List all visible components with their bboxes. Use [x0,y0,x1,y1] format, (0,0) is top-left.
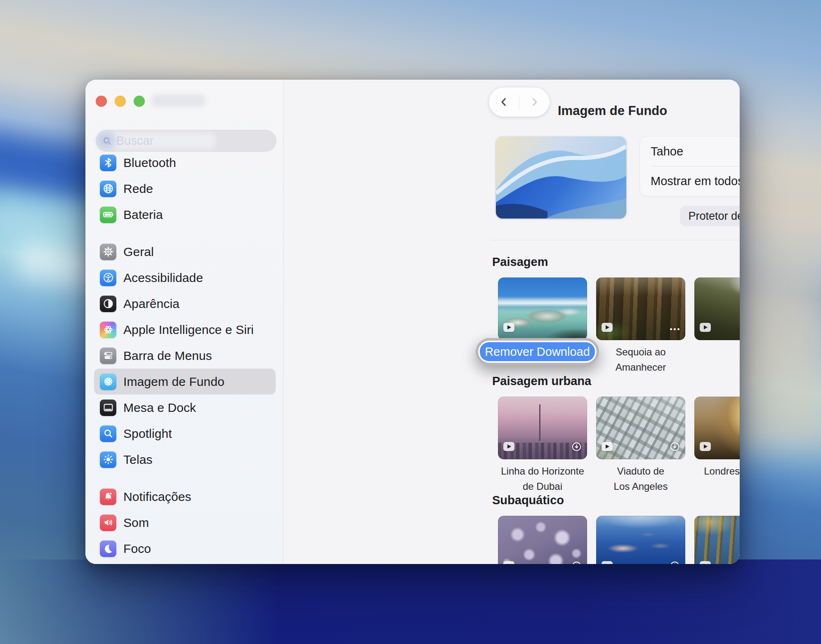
download-icon[interactable] [670,442,680,452]
video-play-badge [602,442,613,451]
wallpaper-thumbnail-jellyfish[interactable] [498,516,587,564]
video-play-badge [503,561,514,564]
zoom-button[interactable] [134,96,145,107]
sidebar-item-notificacoes[interactable]: Notificações [94,484,276,510]
thumbnail-row [498,397,740,459]
close-button[interactable] [96,96,107,107]
sidebar-item-label: Bateria [123,208,163,222]
search-icon [102,136,112,146]
minimize-button[interactable] [115,96,126,107]
wallpaper-name-row: Tahoe [640,136,740,166]
wallpaper-wave [0,559,821,644]
wallpaper-thumbnail-tahoe-durante-o-dia[interactable] [498,277,587,340]
menu-bar-icon [100,348,116,364]
sidebar-item-label: Geral [123,245,154,259]
thumbnail-label: Linha do Horizonte de Dubai [492,463,593,493]
sidebar: Buscar BluetoothRedeBateriaGeralAcessibi… [85,80,283,564]
sidebar-item-apple-intelligence-e-siri[interactable]: Apple Intelligence e Siri [94,317,276,343]
wallpaper-thumbnail-londres-a-noite[interactable] [694,397,740,459]
thumbnail-row [498,516,740,564]
sidebar-item-telas[interactable]: Telas [94,447,276,472]
thumbnail-label: Londres à Noite [689,463,740,493]
page-title: Imagem de Fundo [558,103,667,118]
desktop: Buscar BluetoothRedeBateriaGeralAcessibi… [0,0,821,644]
sidebar-item-label: Apple Intelligence e Siri [123,323,254,337]
download-icon[interactable] [571,561,582,564]
wallpaper-thumbnail-hills-fog[interactable] [694,277,740,340]
section-paisagem-urbana: Paisagem urbanaMostrar Tudo (30)Linha do… [481,374,740,493]
sidebar-item-mesa-e-dock[interactable]: Mesa e Dock [94,395,276,421]
speaker-icon [100,515,116,531]
section-header: PaisagemMostrar Tudo (79) [492,255,740,269]
context-menu: Remover Download [476,338,599,365]
section-title: Paisagem urbana [492,374,591,388]
wallpaper-icon [100,374,116,390]
thumbnail-label-cell: Sequoia ao Amanhecer [596,344,685,374]
back-button[interactable] [489,87,519,117]
wallpaper-settings-card: Tahoe Automática Mostrar em todos os Spa… [640,136,740,196]
video-play-badge [700,323,711,332]
sidebar-item-aparencia[interactable]: Aparência [94,291,276,317]
spotlight-icon [100,425,116,442]
sidebar-item-acessibilidade[interactable]: Acessibilidade [94,265,276,291]
video-play-badge [503,323,514,332]
section-header: Paisagem urbanaMostrar Tudo (30) [492,374,740,388]
sidebar-item-label: Notificações [123,490,191,504]
sidebar-item-bateria[interactable]: Bateria [94,202,276,228]
wallpaper-thumbnail-sequoia-ao[interactable] [596,277,685,340]
bluetooth-icon [100,155,116,171]
sidebar-item-rede[interactable]: Rede [94,176,276,202]
apple-intelligence-icon [100,322,116,338]
wallpaper-thumbnail-linha-do-horizonte[interactable] [498,397,587,459]
download-icon[interactable] [670,561,680,564]
download-icon[interactable] [571,442,582,452]
screen-saver-button[interactable]: Protetor de Tela… [680,206,740,226]
wallpaper-sections: PaisagemMostrar Tudo (79)Tahoe Durante o… [481,255,740,564]
battery-icon [100,207,116,223]
sidebar-item-label: Imagem de Fundo [123,375,224,389]
sidebar-item-foco[interactable]: Foco [94,536,276,562]
section-header: SubaquáticoMostrar Tudo (21) [492,493,740,507]
thumbnail-label-cell: Londres à Noite [694,463,740,493]
forward-button[interactable] [519,87,550,117]
sidebar-item-label: Mesa e Dock [123,401,196,415]
sidebar-item-label: Spotlight [123,427,172,441]
wallpaper-thumbnail-kelp[interactable] [694,516,740,564]
thumbnail-label-cell [694,344,740,374]
spaces-label: Mostrar em todos os Spaces [651,174,740,188]
sidebar-item-label: Bluetooth [123,156,176,170]
sidebar-item-spotlight[interactable]: Spotlight [94,421,276,447]
section-title: Paisagem [492,255,548,269]
sidebar-item-label: Aparência [123,297,179,311]
brightness-icon [100,451,116,468]
tahoe-wallpaper-art [496,136,626,219]
contrast-icon [100,296,116,312]
search-input[interactable]: Buscar [96,130,276,152]
video-play-badge [602,323,613,332]
system-settings-window: Buscar BluetoothRedeBateriaGeralAcessibi… [85,80,740,564]
wallpaper-thumbnail-dolphins[interactable] [596,516,685,564]
sidebar-item-som[interactable]: Som [94,510,276,536]
video-play-badge [503,442,514,451]
remove-download-menu-item[interactable]: Remover Download [480,342,595,361]
ellipsis-badge [670,328,679,330]
sidebar-item-bluetooth[interactable]: Bluetooth [94,150,276,176]
divider [491,240,740,240]
section-title: Subaquático [492,494,564,507]
sidebar-item-geral[interactable]: Geral [94,239,276,265]
sidebar-item-label: Rede [123,182,153,196]
sidebar-item-label: Barra de Menus [123,349,212,363]
thumbnail-label [689,344,740,374]
blurred-window-title [151,94,206,107]
sidebar-item-label: Som [123,516,149,530]
thumbnail-label-cell: Viaduto de Los Angeles [596,463,685,493]
video-play-badge [700,442,711,451]
wallpaper-thumbnail-viaduto-de[interactable] [596,397,685,459]
sidebar-item-label: Telas [123,453,153,467]
globe-icon [100,181,116,197]
sidebar-item-label: Foco [123,542,151,556]
sidebar-item-imagem-de-fundo[interactable]: Imagem de Fundo [94,369,276,395]
search-placeholder: Buscar [116,134,153,148]
sidebar-item-barra-de-menus[interactable]: Barra de Menus [94,343,276,369]
video-play-badge [602,561,613,564]
